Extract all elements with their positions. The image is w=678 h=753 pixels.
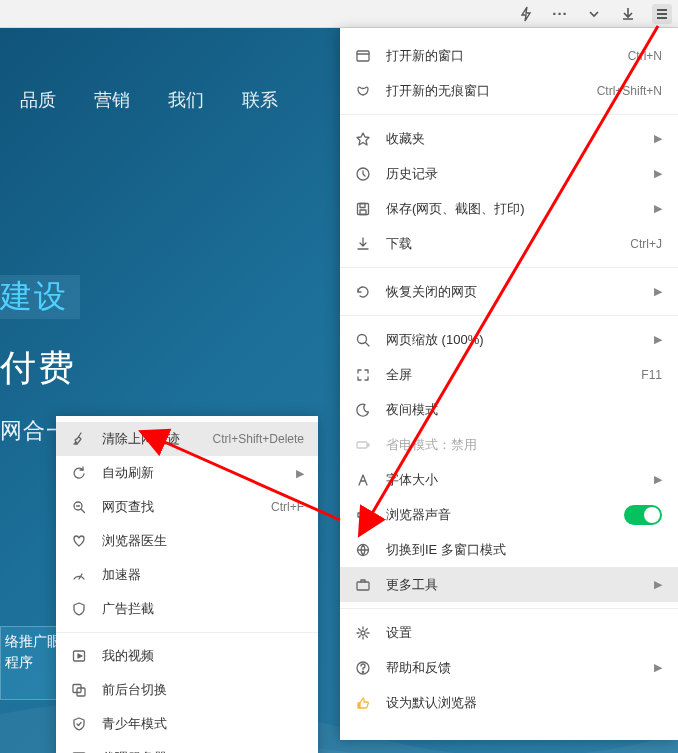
main_menu-item[interactable]: 全屏F11 (340, 357, 678, 392)
submenu-item[interactable]: 网页查找Ctrl+F (56, 490, 318, 524)
hamburger-menu-button[interactable] (652, 4, 672, 24)
main_menu-item[interactable]: 字体大小▶ (340, 462, 678, 497)
submenu-item[interactable]: 自动刷新▶ (56, 456, 318, 490)
menu-item-label: 青少年模式 (102, 715, 304, 733)
menu-item-label: 自动刷新 (102, 464, 282, 482)
site-nav-item[interactable]: 品质 (20, 88, 56, 112)
chevron-right-icon: ▶ (654, 473, 662, 486)
main_menu-item[interactable]: 更多工具▶ (340, 567, 678, 602)
menu-item-label: 恢复关闭的网页 (386, 283, 640, 301)
svg-point-19 (362, 671, 363, 672)
chevron-right-icon: ▶ (654, 285, 662, 298)
main_menu-item[interactable]: 收藏夹▶ (340, 121, 678, 156)
fullscreen-icon (354, 366, 372, 384)
main_menu-item[interactable]: 网页缩放 (100%)▶ (340, 322, 678, 357)
svg-line-12 (366, 342, 370, 346)
main_menu-item[interactable]: 打开新的无痕窗口Ctrl+Shift+N (340, 73, 678, 108)
swap-icon (70, 681, 88, 699)
download-icon[interactable] (618, 4, 638, 24)
more-icon[interactable]: ··· (550, 4, 570, 24)
chevron-right-icon: ▶ (654, 132, 662, 145)
menu-item-label: 帮助和反馈 (386, 659, 640, 677)
submenu-item[interactable]: 加速器 (56, 558, 318, 592)
submenu-item[interactable]: 我的视频 (56, 639, 318, 673)
main_menu-item[interactable]: 省电模式：禁用 (340, 427, 678, 462)
menu-item-label: 广告拦截 (102, 600, 304, 618)
svg-rect-14 (368, 444, 370, 446)
submenu-item[interactable]: 青少年模式 (56, 707, 318, 741)
svg-rect-10 (360, 210, 366, 215)
browser-main-menu: 打开新的窗口Ctrl+N打开新的无痕窗口Ctrl+Shift+N收藏夹▶历史记录… (340, 28, 678, 740)
svg-line-21 (81, 509, 85, 513)
menu-item-label: 保存(网页、截图、打印) (386, 200, 640, 218)
speed-icon (70, 566, 88, 584)
font-icon (354, 471, 372, 489)
menu-item-shortcut: Ctrl+Shift+N (597, 84, 662, 98)
main_menu-item[interactable]: 恢复关闭的网页▶ (340, 274, 678, 309)
menu-item-label: 网页缩放 (100%) (386, 331, 640, 349)
menu-item-label: 打开新的窗口 (386, 47, 614, 65)
main_menu-item[interactable]: 下载Ctrl+J (340, 226, 678, 261)
ie-icon (354, 541, 372, 559)
submenu-item[interactable]: 广告拦截 (56, 592, 318, 626)
svg-rect-8 (358, 203, 369, 214)
download-icon (354, 235, 372, 253)
broom-icon (70, 430, 88, 448)
submenu-item[interactable]: 代理服务器▶ (56, 741, 318, 753)
svg-rect-9 (360, 203, 365, 207)
more-tools-submenu: 清除上网痕迹Ctrl+Shift+Delete自动刷新▶网页查找Ctrl+F浏览… (56, 416, 318, 753)
menu-item-shortcut: Ctrl+F (271, 500, 304, 514)
moon-icon (354, 401, 372, 419)
chevron-down-icon[interactable] (584, 4, 604, 24)
main_menu-item[interactable]: 夜间模式 (340, 392, 678, 427)
submenu-item[interactable]: 前后台切换 (56, 673, 318, 707)
reopen-icon (354, 283, 372, 301)
main_menu-item[interactable]: 设为默认浏览器 (340, 685, 678, 720)
site-nav-item[interactable]: 联系 (242, 88, 278, 112)
proxy-icon (70, 749, 88, 753)
clock-icon (354, 165, 372, 183)
menu-separator (340, 315, 678, 316)
main_menu-item[interactable]: 打开新的窗口Ctrl+N (340, 38, 678, 73)
chevron-right-icon: ▶ (654, 333, 662, 346)
hero-text-2: 付费 (0, 344, 76, 393)
toggle-switch[interactable] (624, 505, 662, 525)
heart-icon (70, 532, 88, 550)
gear-icon (354, 624, 372, 642)
site-nav-item[interactable]: 营销 (94, 88, 130, 112)
menu-separator (340, 114, 678, 115)
chevron-right-icon: ▶ (654, 578, 662, 591)
menu-item-label: 历史记录 (386, 165, 640, 183)
main_menu-item[interactable]: 帮助和反馈▶ (340, 650, 678, 685)
bolt-icon[interactable] (516, 4, 536, 24)
help-icon (354, 659, 372, 677)
mask-icon (354, 82, 372, 100)
menu-item-label: 清除上网痕迹 (102, 430, 199, 448)
site-nav-item[interactable]: 我们 (168, 88, 204, 112)
volume-icon (354, 506, 372, 524)
menu-item-label: 网页查找 (102, 498, 257, 516)
chevron-right-icon: ▶ (654, 167, 662, 180)
svg-rect-16 (357, 582, 369, 590)
hero-text-1: 建设 (0, 275, 80, 319)
main_menu-item[interactable]: 切换到IE 多窗口模式 (340, 532, 678, 567)
zoom-icon (354, 331, 372, 349)
menu-item-label: 字体大小 (386, 471, 640, 489)
submenu-item[interactable]: 清除上网痕迹Ctrl+Shift+Delete (56, 422, 318, 456)
menu-item-label: 打开新的无痕窗口 (386, 82, 583, 100)
menu-item-label: 设置 (386, 624, 662, 642)
main_menu-item[interactable]: 保存(网页、截图、打印)▶ (340, 191, 678, 226)
menu-item-shortcut: Ctrl+Shift+Delete (213, 432, 304, 446)
main_menu-item[interactable]: 浏览器声音 (340, 497, 678, 532)
menu-item-label: 收藏夹 (386, 130, 640, 148)
submenu-item[interactable]: 浏览器医生 (56, 524, 318, 558)
save-icon (354, 200, 372, 218)
svg-rect-13 (357, 442, 367, 448)
browser-toolbar: ··· (0, 0, 678, 28)
main_menu-item[interactable]: 设置 (340, 615, 678, 650)
main_menu-item[interactable]: 历史记录▶ (340, 156, 678, 191)
menu-separator (340, 608, 678, 609)
teen-icon (70, 715, 88, 733)
menu-item-label: 更多工具 (386, 576, 640, 594)
thumb-icon (354, 694, 372, 712)
